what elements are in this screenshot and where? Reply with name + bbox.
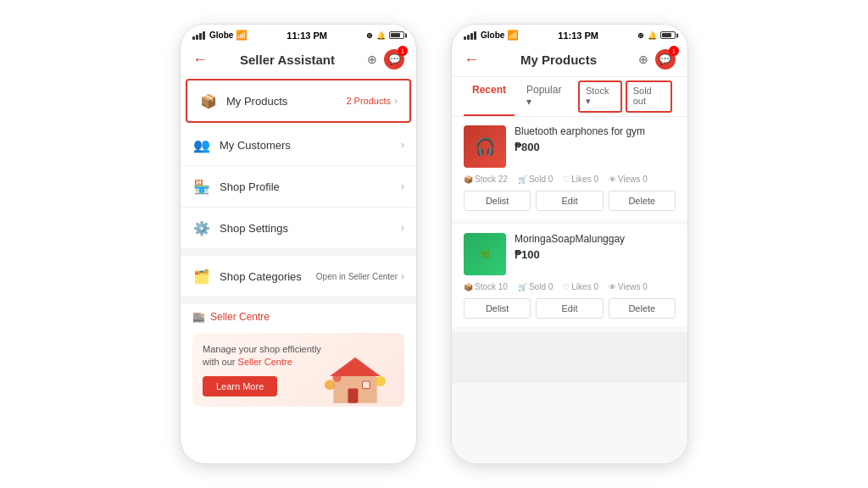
svg-point-5 bbox=[332, 373, 341, 381]
product-list: 🎧 Bluetooth earphones for gym ₱800 📦 Sto… bbox=[452, 117, 687, 463]
chat-badge: 1 bbox=[398, 46, 408, 56]
chat-button[interactable]: 💬 1 bbox=[384, 49, 404, 69]
categories-label: Shop Categories bbox=[220, 270, 316, 283]
product-price-1: ₱800 bbox=[515, 141, 676, 153]
profile-label: Shop Profile bbox=[220, 180, 401, 193]
menu-item-customers[interactable]: 👥 My Customers › bbox=[181, 125, 416, 166]
seller-centre-icon: 🏬 bbox=[192, 311, 205, 323]
page-title-left: Seller Assistant bbox=[240, 53, 335, 67]
likes-icon-2: ♡ bbox=[563, 283, 570, 291]
products-chevron: › bbox=[394, 95, 398, 107]
product-actions-1: Delist Edit Delete bbox=[464, 191, 676, 211]
settings-icon: ⚙️ bbox=[192, 219, 211, 237]
products-label: My Products bbox=[226, 95, 346, 108]
carrier-right: Globe bbox=[481, 30, 504, 40]
customers-chevron: › bbox=[401, 139, 404, 151]
status-right-right: ⊕ 🔔 bbox=[637, 31, 676, 40]
time-left: 11:13 PM bbox=[287, 30, 327, 41]
seller-centre-label-text: Seller Centre bbox=[210, 311, 270, 323]
delete-button-1[interactable]: Delete bbox=[609, 191, 676, 211]
back-button-right[interactable]: ← bbox=[464, 51, 479, 69]
products-right: 2 Products › bbox=[346, 95, 398, 107]
views-icon-1: 👁 bbox=[609, 175, 616, 184]
categories-icon: 🗂️ bbox=[192, 267, 211, 286]
delist-button-1[interactable]: Delist bbox=[464, 191, 531, 211]
settings-chevron: › bbox=[401, 222, 404, 234]
product-card-2: 🌿 MoringaSoapMalunggay ₱100 📦 Stock 10 🛒… bbox=[452, 225, 687, 327]
product-thumb-1: 🎧 bbox=[464, 125, 506, 168]
delist-button-2[interactable]: Delist bbox=[464, 298, 531, 319]
edit-button-2[interactable]: Edit bbox=[536, 298, 603, 319]
product-name-1: Bluetooth earphones for gym bbox=[515, 125, 676, 137]
location-icon: ⊕ bbox=[366, 31, 373, 40]
signal-icon bbox=[192, 31, 205, 40]
status-bar-right: Globe 📶 11:13 PM ⊕ 🔔 bbox=[452, 25, 687, 44]
product-actions-2: Delist Edit Delete bbox=[464, 298, 676, 319]
status-left-right: Globe 📶 bbox=[464, 30, 519, 41]
stat-sold-2: 🛒 Sold 0 bbox=[518, 282, 553, 291]
left-phone: Globe 📶 11:13 PM ⊕ 🔔 ← Seller Assistant … bbox=[180, 24, 417, 464]
tab-recent[interactable]: Recent bbox=[464, 77, 515, 116]
product-card-1: 🎧 Bluetooth earphones for gym ₱800 📦 Sto… bbox=[452, 117, 687, 219]
product-info-1: Bluetooth earphones for gym ₱800 bbox=[515, 125, 676, 153]
delete-button-2[interactable]: Delete bbox=[609, 298, 676, 319]
notification-icon-right: 🔔 bbox=[648, 31, 657, 40]
svg-point-4 bbox=[325, 380, 335, 390]
banner-link[interactable]: Seller Centre bbox=[238, 357, 292, 367]
tab-popular[interactable]: Popular ▾ bbox=[518, 77, 575, 116]
categories-chevron: › bbox=[401, 270, 404, 282]
products-icon: 📦 bbox=[199, 92, 218, 110]
page-title-right: My Products bbox=[520, 53, 597, 67]
stat-views-1: 👁 Views 0 bbox=[609, 175, 648, 184]
battery-icon-right bbox=[660, 31, 676, 39]
learn-more-button[interactable]: Learn More bbox=[203, 376, 277, 396]
stat-likes-2: ♡ Likes 0 bbox=[563, 282, 598, 291]
product-stats-1: 📦 Stock 22 🛒 Sold 0 ♡ Likes 0 👁 Views 0 bbox=[464, 175, 676, 184]
tab-sold-out[interactable]: Sold out bbox=[626, 80, 672, 113]
product-top-1: 🎧 Bluetooth earphones for gym ₱800 bbox=[464, 125, 676, 168]
menu-item-products[interactable]: 📦 My Products 2 Products › bbox=[186, 79, 411, 123]
product-info-2: MoringaSoapMalunggay ₱100 bbox=[515, 233, 676, 261]
stat-likes-1: ♡ Likes 0 bbox=[563, 175, 598, 184]
seller-centre-section: 🏬 Seller Centre bbox=[181, 304, 416, 328]
chat-button-right[interactable]: 💬 1 bbox=[655, 49, 676, 69]
time-right: 11:13 PM bbox=[558, 30, 598, 41]
sold-icon-1: 🛒 bbox=[518, 175, 527, 184]
banner-illustration bbox=[313, 356, 398, 407]
tab-stock[interactable]: Stock ▾ bbox=[578, 80, 622, 113]
wifi-icon: 📶 bbox=[236, 30, 248, 41]
stat-stock-1: 📦 Stock 22 bbox=[464, 175, 508, 184]
svg-point-6 bbox=[376, 376, 386, 386]
status-left: Globe 📶 bbox=[192, 30, 248, 41]
screenshot-container: Globe 📶 11:13 PM ⊕ 🔔 ← Seller Assistant … bbox=[0, 0, 868, 488]
stock-icon-1: 📦 bbox=[464, 175, 473, 184]
header-left: ← Seller Assistant ⊕ 💬 1 bbox=[181, 44, 416, 77]
wifi-icon-right: 📶 bbox=[507, 30, 519, 41]
menu-item-categories[interactable]: 🗂️ Shop Categories Open in Seller Center… bbox=[181, 256, 416, 297]
profile-icon: 🏪 bbox=[192, 177, 211, 196]
section-divider-1 bbox=[181, 249, 416, 256]
carrier-left: Globe bbox=[209, 30, 233, 40]
likes-icon-1: ♡ bbox=[563, 175, 570, 184]
back-button-left[interactable]: ← bbox=[192, 51, 208, 69]
svg-rect-2 bbox=[348, 388, 358, 402]
edit-button-1[interactable]: Edit bbox=[536, 191, 603, 211]
menu-item-profile[interactable]: 🏪 Shop Profile › bbox=[181, 166, 416, 208]
products-count: 2 Products bbox=[346, 96, 391, 106]
location-icon-right: ⊕ bbox=[637, 31, 644, 40]
product-name-2: MoringaSoapMalunggay bbox=[515, 233, 676, 245]
stat-sold-1: 🛒 Sold 0 bbox=[518, 175, 553, 184]
status-right-left: ⊕ 🔔 bbox=[366, 31, 404, 40]
stat-views-2: 👁 Views 0 bbox=[609, 282, 648, 291]
sold-icon-2: 🛒 bbox=[518, 283, 527, 291]
menu-item-settings[interactable]: ⚙️ Shop Settings › bbox=[181, 208, 416, 249]
bottom-spacer bbox=[452, 332, 687, 383]
product-price-2: ₱100 bbox=[515, 248, 676, 261]
battery-icon bbox=[389, 31, 404, 39]
categories-right: Open in Seller Center › bbox=[316, 270, 404, 282]
settings-label: Shop Settings bbox=[220, 222, 401, 235]
header-right: ← My Products ⊕ 💬 1 bbox=[452, 44, 687, 77]
stock-icon-2: 📦 bbox=[464, 283, 473, 291]
chat-badge-right: 1 bbox=[669, 46, 679, 56]
notification-icon: 🔔 bbox=[376, 31, 386, 40]
